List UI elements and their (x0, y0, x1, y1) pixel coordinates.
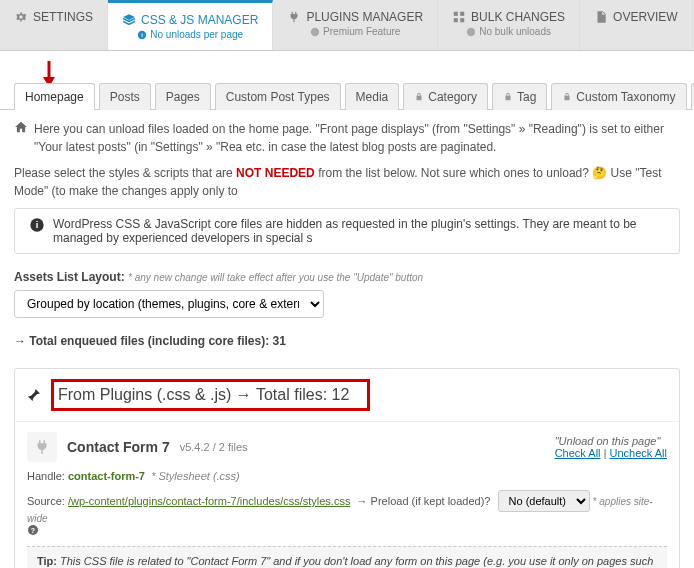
tip-text: This CSS file is related to "Contact For… (37, 555, 653, 568)
svg-rect-4 (460, 12, 464, 16)
svg-rect-6 (460, 18, 464, 22)
bulk-icon (452, 10, 466, 24)
info-line-home: Here you can unload files loaded on the … (14, 120, 680, 156)
svg-text:?: ? (31, 527, 35, 534)
tab-sublabel: Premium Feature (323, 26, 400, 37)
uncheck-all-link[interactable]: Uncheck All (610, 447, 667, 459)
subtab-ctax[interactable]: Custom Taxonomy (551, 83, 686, 110)
plug-icon (287, 10, 301, 24)
section-title: From Plugins (.css & .js) → Total files:… (58, 386, 349, 403)
asset-meta: v5.4.2 / 2 files (180, 441, 248, 453)
tab-label: SETTINGS (33, 10, 93, 24)
pin-icon (25, 386, 43, 404)
lock-icon (503, 92, 513, 102)
subtab-label: Posts (110, 90, 140, 104)
not-needed-label: NOT NEEDED (236, 166, 315, 180)
svg-text:i: i (36, 220, 39, 230)
info-icon: i (137, 30, 147, 40)
svg-rect-3 (454, 12, 458, 16)
tab-plugins[interactable]: PLUGINS MANAGER Premium Feature (273, 0, 438, 50)
style-tag: * Stylesheet (.css) (151, 470, 240, 482)
lock-icon (562, 92, 572, 102)
gear-icon (14, 10, 28, 24)
plugin-thumb-icon (27, 432, 57, 462)
unload-hint: "Unload on this page" (555, 435, 667, 447)
asset-head: Contact Form 7 v5.4.2 / 2 files "Unload … (27, 432, 667, 462)
lock-icon (414, 92, 424, 102)
check-all-link[interactable]: Check All (555, 447, 601, 459)
subtab-label: Category (428, 90, 477, 104)
annotation-arrow (40, 59, 694, 87)
layout-hint: * any new change will take effect after … (128, 272, 423, 283)
tab-overview[interactable]: OVERVIEW (580, 0, 692, 50)
handle-label: Handle: (27, 470, 65, 482)
subtab-media[interactable]: Media (345, 83, 400, 110)
source-link[interactable]: /wp-content/plugins/contact-form-7/inclu… (68, 495, 350, 507)
tab-cssjs[interactable]: CSS & JS MANAGER iNo unloads per page (108, 0, 273, 50)
layout-label: Assets List Layout: (14, 270, 125, 284)
subtab-label: Custom Taxonomy (576, 90, 675, 104)
tab-sublabel: No unloads per page (150, 29, 243, 40)
preload-label: → Preload (if kept loaded)? (357, 495, 491, 507)
subtab-label: Custom Post Types (226, 90, 330, 104)
subtab-cpt[interactable]: Custom Post Types (215, 83, 341, 110)
tab-sublabel: No bulk unloads (479, 26, 551, 37)
home-icon (14, 120, 28, 134)
subtab-label: Tag (517, 90, 536, 104)
tab-label: PLUGINS MANAGER (306, 10, 423, 24)
tab-label: BULK CHANGES (471, 10, 565, 24)
info-text: Here you can unload files loaded on the … (34, 120, 680, 156)
svg-point-7 (467, 27, 475, 35)
top-nav: SETTINGS CSS & JS MANAGER iNo unloads pe… (0, 0, 694, 51)
subtab-category[interactable]: Category (403, 83, 488, 110)
unload-actions: "Unload on this page" Check All | Unchec… (555, 435, 667, 459)
asset-name: Contact Form 7 (67, 439, 170, 455)
source-label: Source: (27, 495, 65, 507)
tip-label: Tip: (37, 555, 57, 567)
handle-value: contact-form-7 (68, 470, 145, 482)
subtab-label: Media (356, 90, 389, 104)
info-icon: i (29, 217, 45, 233)
info-text: Please select the styles & scripts that … (14, 166, 236, 180)
svg-rect-5 (454, 18, 458, 22)
section-title-highlight: From Plugins (.css & .js) → Total files:… (51, 379, 370, 411)
source-line: Source: /wp-content/plugins/contact-form… (27, 490, 667, 536)
notice-core-hidden: i WordPress CSS & JavaScript core files … (14, 208, 680, 254)
total-enqueued: → Total enqueued files (including core f… (0, 326, 694, 356)
tip-box: Tip: This CSS file is related to "Contac… (27, 546, 667, 568)
subtab-posts[interactable]: Posts (99, 83, 151, 110)
tab-settings[interactable]: SETTINGS (0, 0, 108, 50)
handle-line: Handle: contact-form-7 * Stylesheet (.cs… (27, 470, 667, 482)
tab-bulk[interactable]: BULK CHANGES No bulk unloads (438, 0, 580, 50)
doc-icon (594, 10, 608, 24)
info-line-select: Please select the styles & scripts that … (14, 164, 680, 200)
section-header: From Plugins (.css & .js) → Total files:… (15, 369, 679, 421)
asset-row: Contact Form 7 v5.4.2 / 2 files "Unload … (15, 421, 679, 568)
assets-layout-block: Assets List Layout: * any new change wil… (0, 262, 694, 326)
section-plugins: From Plugins (.css & .js) → Total files:… (14, 368, 680, 568)
help-icon[interactable]: ? (27, 524, 667, 536)
subtab-pages[interactable]: Pages (155, 83, 211, 110)
info-icon (466, 27, 476, 37)
stack-icon (122, 13, 136, 27)
info-icon (310, 27, 320, 37)
subtab-homepage[interactable]: Homepage (14, 83, 95, 110)
svg-point-2 (311, 27, 319, 35)
layout-select[interactable]: Grouped by location (themes, plugins, co… (14, 290, 324, 318)
sub-tabs: Homepage Posts Pages Custom Post Types M… (0, 83, 694, 110)
tab-label: OVERVIEW (613, 10, 677, 24)
subtab-label: Pages (166, 90, 200, 104)
tab-label: CSS & JS MANAGER (141, 13, 258, 27)
notice-text: WordPress CSS & JavaScript core files ar… (53, 217, 665, 245)
info-area: Here you can unload files loaded on the … (0, 109, 694, 200)
preload-select[interactable]: No (default) (498, 490, 590, 512)
subtab-tag[interactable]: Tag (492, 83, 547, 110)
subtab-search[interactable]: Search (691, 83, 695, 110)
subtab-label: Homepage (25, 90, 84, 104)
